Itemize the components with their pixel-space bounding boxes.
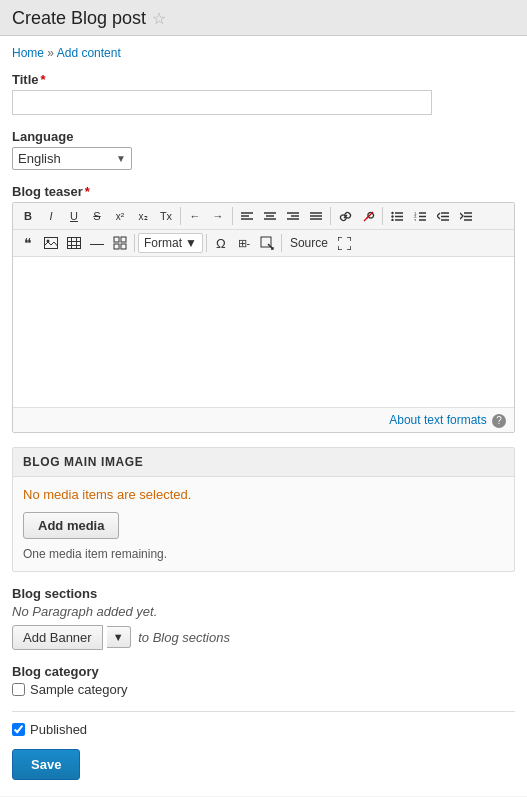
toolbar-hr[interactable]: — [86,233,108,253]
toolbar-sep-4 [382,207,383,225]
toolbar-indent[interactable] [455,206,477,226]
media-remaining: One media item remaining. [23,547,504,561]
toolbar-source[interactable]: Source [285,233,333,253]
toolbar-blockquote[interactable]: ❝ [17,233,39,253]
add-banner-dropdown-arrow[interactable]: ▼ [107,626,131,648]
language-dropdown-arrow: ▼ [116,153,126,164]
page-content: Home » Add content Title* Language Engli… [0,36,527,796]
toolbar-align-right[interactable] [282,206,304,226]
published-checkbox[interactable] [12,723,25,736]
toolbar-omega[interactable]: Ω [210,233,232,253]
svg-text:3.: 3. [414,218,417,222]
page-title: Create Blog post [12,8,146,29]
title-label: Title* [12,72,515,87]
breadcrumb-sep1: » [47,46,54,60]
toolbar-unordered-list[interactable] [386,206,408,226]
toolbar-align-justify[interactable] [305,206,327,226]
format-arrow: ▼ [185,236,197,250]
blog-teaser-field-group: Blog teaser* B I U S x² x₂ Tx ← → [12,184,515,433]
toolbar-image[interactable] [40,233,62,253]
published-label[interactable]: Published [30,722,87,737]
toolbar-special-char[interactable] [109,233,131,253]
sample-category-checkbox[interactable] [12,683,25,696]
language-select[interactable]: English ▼ [12,147,132,170]
breadcrumb-add-content[interactable]: Add content [57,46,121,60]
divider [12,711,515,712]
blog-teaser-editor: B I U S x² x₂ Tx ← → [12,202,515,433]
editor-footer: About text formats ? [13,407,514,432]
title-field-group: Title* [12,72,515,115]
blog-sections-group: Blog sections No Paragraph added yet. Ad… [12,586,515,650]
blog-teaser-editor-body[interactable] [13,257,514,407]
toolbar-strikethrough[interactable]: S [86,206,108,226]
blog-category-label: Blog category [12,664,515,679]
toolbar-sep-3 [330,207,331,225]
title-required-star: * [41,72,46,87]
svg-rect-41 [121,244,126,249]
blog-teaser-required-star: * [85,184,90,199]
sample-category-label: Sample category [30,682,128,697]
toolbar-undo[interactable]: ← [184,206,206,226]
breadcrumb: Home » Add content [12,46,515,60]
toolbar-row-2: ❝ — Format ▼ Ω ⊞- [13,230,514,257]
about-formats-help-icon: ? [492,414,506,428]
svg-point-17 [391,219,393,221]
svg-rect-38 [114,237,119,242]
toolbar-format-select[interactable]: Format ▼ [138,233,203,253]
toolbar-subscript[interactable]: x₂ [132,206,154,226]
toolbar-sep-6 [206,234,207,252]
breadcrumb-home[interactable]: Home [12,46,44,60]
svg-rect-33 [68,238,81,249]
save-button[interactable]: Save [12,749,80,780]
toolbar-remove-format[interactable]: Tx [155,206,177,226]
blog-main-image-section: BLOG MAIN IMAGE No media items are selec… [12,447,515,572]
blog-category-group: Blog category Sample category [12,664,515,697]
favorite-icon[interactable]: ☆ [152,9,166,28]
toolbar-redo[interactable]: → [207,206,229,226]
svg-point-15 [391,215,393,217]
media-body: No media items are selected. Add media O… [13,477,514,571]
toolbar-underline[interactable]: U [63,206,85,226]
language-label: Language [12,129,515,144]
page-header: Create Blog post ☆ [0,0,527,36]
toolbar-superscript[interactable]: x² [109,206,131,226]
toolbar-row-1: B I U S x² x₂ Tx ← → [13,203,514,230]
toolbar-table-edit[interactable]: ⊞- [233,233,255,253]
toolbar-ordered-list[interactable]: 1.2.3. [409,206,431,226]
toolbar-link[interactable] [334,206,356,226]
add-media-button[interactable]: Add media [23,512,119,539]
blog-teaser-label: Blog teaser* [12,184,515,199]
to-sections-label: to Blog sections [135,630,230,645]
toolbar-resize[interactable] [256,233,278,253]
toolbar-sep-2 [232,207,233,225]
add-banner-group: Add Banner ▼ to Blog sections [12,625,515,650]
svg-point-13 [391,212,393,214]
no-paragraph-message: No Paragraph added yet. [12,604,515,619]
add-banner-button[interactable]: Add Banner [12,625,103,650]
toolbar-unlink[interactable] [357,206,379,226]
title-input[interactable] [12,90,432,115]
toolbar-fullscreen[interactable] [334,233,356,253]
toolbar-sep-1 [180,207,181,225]
language-value: English [18,151,61,166]
published-row: Published [12,722,515,737]
toolbar-bold[interactable]: B [17,206,39,226]
toolbar-outdent[interactable] [432,206,454,226]
format-label: Format [144,236,182,250]
toolbar-italic[interactable]: I [40,206,62,226]
toolbar-table[interactable] [63,233,85,253]
about-text-formats-link[interactable]: About text formats ? [389,413,506,427]
language-field-group: Language English ▼ [12,129,515,170]
sample-category-row[interactable]: Sample category [12,682,515,697]
toolbar-align-center[interactable] [259,206,281,226]
toolbar-sep-7 [281,234,282,252]
toolbar-sep-5 [134,234,135,252]
svg-rect-40 [114,244,119,249]
toolbar-align-left[interactable] [236,206,258,226]
blog-sections-label: Blog sections [12,586,515,601]
no-media-message: No media items are selected. [23,487,504,502]
svg-rect-39 [121,237,126,242]
media-section-title: BLOG MAIN IMAGE [13,448,514,477]
